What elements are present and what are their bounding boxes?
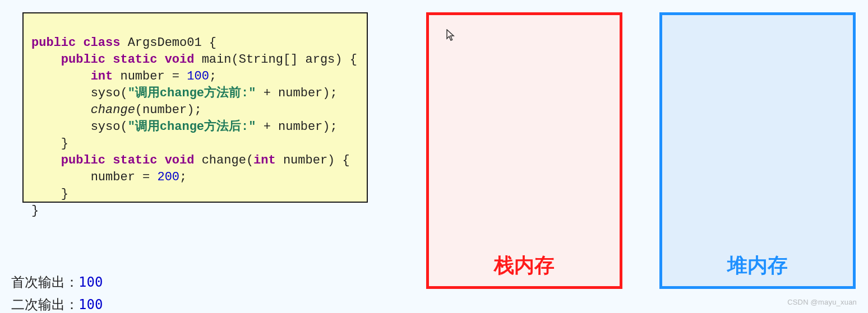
method-main: main [202,53,232,67]
output-2-label: 二次输出： [11,297,79,312]
kw-public: public [31,36,76,50]
str-after: "调用change方法后:" [128,120,256,134]
heap-memory-label: 堆内存 [662,252,853,279]
kw-void: void [165,53,195,67]
change-arg: (number); [135,103,202,117]
kw-public3: public [61,153,105,167]
kw-static2: static [113,153,157,167]
stack-memory-label: 栈内存 [429,252,620,279]
lit-200: 200 [157,170,179,184]
change-params-open: ( [246,153,253,167]
eq: = [165,69,187,83]
kw-class: class [83,36,120,50]
main-params: (String[] args) { [231,53,357,67]
semi2: ; [179,170,187,184]
output-1-value: 100 [79,274,103,290]
syso1: syso [91,86,121,100]
semi1: ; [209,69,216,83]
kw-int2: int [253,153,276,167]
output-2-value: 100 [79,297,103,312]
str-before: "调用change方法前:" [128,86,256,100]
code-block: public class ArgsDemo01 { public static … [22,12,368,203]
method-change: change [202,153,246,167]
plus-number2: + number); [256,120,337,134]
heap-memory-box: 堆内存 [659,12,856,289]
syso2: syso [91,120,121,134]
class-name: ArgsDemo01 [128,36,202,50]
kw-public2: public [61,53,105,67]
watermark: CSDN @mayu_xuan [787,298,857,306]
kw-static: static [113,53,157,67]
kw-int: int [91,69,113,83]
change-params-close: number) { [276,153,350,167]
output-lines: 首次输出：100 二次输出：100 [11,271,103,313]
kw-void2: void [165,153,195,167]
output-1-label: 首次输出： [11,274,79,289]
assign200-pre: number = [91,170,158,184]
output-line-1: 首次输出：100 [11,271,103,293]
var-number: number [120,69,164,83]
call-change: change [91,103,135,117]
plus-number1: + number); [256,86,337,100]
stack-memory-box: 栈内存 [426,12,622,289]
lit-100: 100 [187,69,209,83]
output-line-2: 二次输出：100 [11,293,103,313]
